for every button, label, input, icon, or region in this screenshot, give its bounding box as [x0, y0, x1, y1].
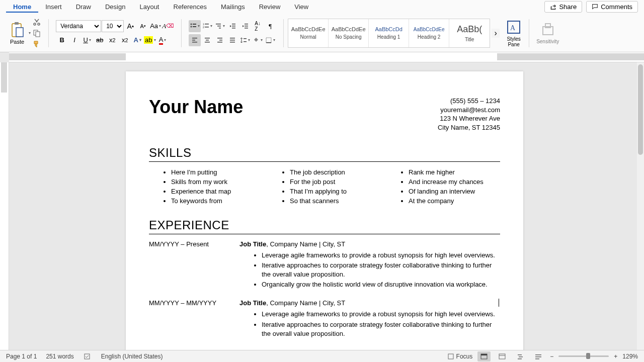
- text-effects-button[interactable]: A▾: [131, 34, 143, 46]
- svg-rect-14: [205, 27, 209, 28]
- chevron-down-icon[interactable]: ▾: [29, 31, 31, 35]
- sort-button[interactable]: A↓Z: [252, 20, 264, 32]
- svg-rect-29: [205, 42, 210, 43]
- paste-button[interactable]: Paste: [8, 20, 26, 47]
- ribbon: Paste ▾ Verdana 10 A▴ A▾ Aa▾ A⌫ B I U▾ a…: [0, 14, 644, 52]
- svg-rect-26: [192, 42, 197, 43]
- zoom-thumb[interactable]: [586, 353, 590, 359]
- svg-rect-32: [217, 42, 222, 43]
- menu-tab-draw[interactable]: Draw: [69, 1, 98, 13]
- bold-button[interactable]: B: [56, 34, 68, 46]
- menu-tab-references[interactable]: References: [167, 1, 214, 13]
- align-right-button[interactable]: [214, 34, 226, 46]
- sensitivity-button[interactable]: Sensitivity: [533, 22, 562, 44]
- svg-rect-38: [266, 38, 271, 43]
- svg-text:A: A: [510, 24, 516, 32]
- bullets-button[interactable]: ▾: [189, 20, 201, 32]
- align-center-button[interactable]: [201, 34, 213, 46]
- grow-font-button[interactable]: A▴: [124, 20, 136, 32]
- contact-block: (555) 555 – 1234 youremail@test.com 123 …: [438, 97, 500, 132]
- cut-icon[interactable]: [32, 18, 41, 27]
- svg-rect-54: [535, 356, 541, 357]
- strike-button[interactable]: ab: [94, 34, 106, 46]
- outline-view-button[interactable]: [514, 351, 527, 361]
- focus-button[interactable]: Focus: [447, 353, 473, 360]
- skill-item: At the company: [409, 197, 500, 206]
- svg-rect-37: [244, 41, 247, 42]
- multilevel-button[interactable]: ▾: [214, 20, 226, 32]
- subscript-button[interactable]: x2: [106, 34, 118, 46]
- scrollbar-thumb[interactable]: [638, 64, 643, 155]
- vertical-scrollbar[interactable]: [637, 62, 644, 350]
- shrink-font-button[interactable]: A▾: [137, 20, 149, 32]
- shading-button[interactable]: ▾: [252, 34, 264, 46]
- spellcheck-icon[interactable]: [83, 352, 92, 361]
- divider: [149, 161, 500, 162]
- svg-rect-39: [266, 42, 271, 43]
- numbering-button[interactable]: 12▾: [201, 20, 213, 32]
- menu-tab-mailings[interactable]: Mailings: [214, 1, 252, 13]
- font-name-select[interactable]: Verdana: [56, 20, 101, 32]
- copy-icon[interactable]: [32, 29, 41, 38]
- word-count[interactable]: 251 words: [46, 353, 73, 360]
- document-canvas: Your Name (555) 555 – 1234 youremail@tes…: [0, 62, 644, 350]
- skill-item: The job description: [290, 168, 381, 177]
- sensitivity-icon: [540, 22, 556, 38]
- line-spacing-button[interactable]: ▾: [239, 34, 251, 46]
- format-painter-icon[interactable]: [32, 40, 41, 49]
- web-layout-view-button[interactable]: [496, 351, 509, 361]
- menu-tab-insert[interactable]: Insert: [38, 1, 69, 13]
- comments-button[interactable]: Comments: [586, 1, 638, 13]
- menu-tab-view[interactable]: View: [287, 1, 315, 13]
- experience-bullet: Iterative approaches to corporate strate…: [262, 261, 500, 279]
- zoom-out-button[interactable]: −: [550, 353, 553, 360]
- style-normal[interactable]: AaBbCcDdEeNormal: [288, 19, 329, 47]
- experience-bullet: Organically grow the holistic world view…: [262, 280, 500, 289]
- styles-pane-button[interactable]: A Styles Pane: [503, 19, 525, 47]
- resume-name: Your Name: [149, 97, 243, 118]
- menu-tab-layout[interactable]: Layout: [132, 1, 166, 13]
- clear-format-button[interactable]: A⌫: [162, 20, 174, 32]
- svg-rect-22: [245, 26, 248, 27]
- styles-more-button[interactable]: ›: [492, 29, 500, 38]
- underline-button[interactable]: U▾: [81, 34, 93, 46]
- share-label: Share: [559, 3, 577, 11]
- justify-button[interactable]: [226, 34, 238, 46]
- zoom-level[interactable]: 129%: [622, 353, 638, 360]
- svg-text:2: 2: [203, 26, 204, 29]
- menu-tab-review[interactable]: Review: [252, 1, 288, 13]
- document-page[interactable]: Your Name (555) 555 – 1234 youremail@tes…: [126, 71, 523, 350]
- style-no-spacing[interactable]: AaBbCcDdEeNo Spacing: [329, 19, 369, 47]
- menu-tab-design[interactable]: Design: [98, 1, 132, 13]
- change-case-button[interactable]: Aa▾: [149, 20, 162, 32]
- svg-rect-30: [217, 38, 222, 39]
- share-icon: [550, 4, 556, 10]
- font-size-select[interactable]: 10: [102, 20, 124, 32]
- indent-button[interactable]: [239, 20, 251, 32]
- zoom-slider[interactable]: [558, 355, 609, 357]
- style-title[interactable]: AaBb(Title: [449, 19, 490, 47]
- page-indicator[interactable]: Page 1 of 1: [6, 353, 37, 360]
- share-button[interactable]: Share: [544, 1, 582, 13]
- svg-rect-27: [205, 38, 210, 39]
- draft-view-button[interactable]: [532, 351, 545, 361]
- font-color-button[interactable]: A▾: [156, 34, 169, 46]
- print-layout-view-button[interactable]: [477, 351, 491, 361]
- language-indicator[interactable]: English (United States): [101, 353, 163, 360]
- style-heading-1[interactable]: AaBbCcDdHeading 1: [369, 19, 409, 47]
- menu-tab-home[interactable]: Home: [6, 1, 38, 13]
- superscript-button[interactable]: x2: [119, 34, 131, 46]
- align-left-button[interactable]: [189, 34, 201, 46]
- show-marks-button[interactable]: ¶: [264, 20, 276, 32]
- experience-title: Job Title, Company Name | City, ST: [239, 240, 500, 248]
- horizontal-ruler[interactable]: [9, 52, 644, 62]
- borders-button[interactable]: ▾: [264, 34, 276, 46]
- zoom-in-button[interactable]: +: [614, 353, 617, 360]
- vertical-ruler[interactable]: [0, 62, 9, 350]
- styles-gallery[interactable]: AaBbCcDdEeNormalAaBbCcDdEeNo SpacingAaBb…: [288, 19, 490, 48]
- style-heading-2[interactable]: AaBbCcDdEeHeading 2: [409, 19, 449, 47]
- highlight-button[interactable]: ab▾: [144, 34, 156, 46]
- italic-button[interactable]: I: [68, 34, 80, 46]
- outdent-button[interactable]: [226, 20, 238, 32]
- svg-rect-19: [232, 26, 235, 27]
